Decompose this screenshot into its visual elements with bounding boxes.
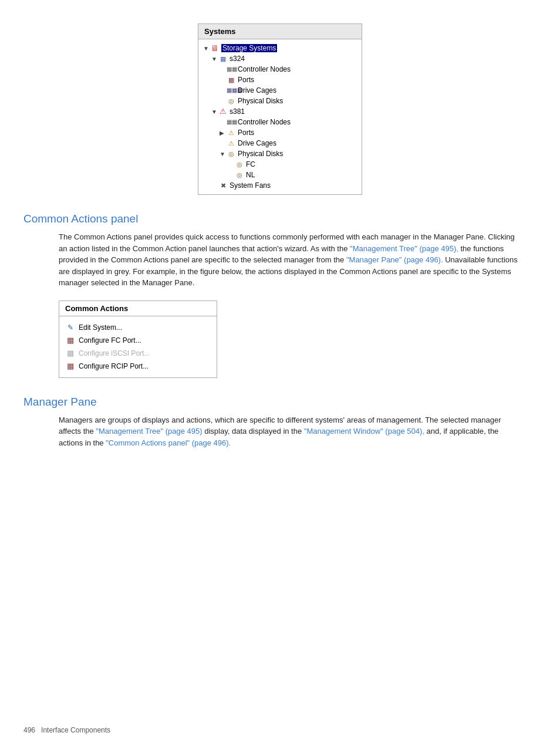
toggle-nl xyxy=(228,172,235,178)
toggle-s381[interactable]: ▼ xyxy=(211,109,218,115)
configure-rcip-label: Configure RCIP Port... xyxy=(79,362,149,370)
configure-rcip-icon: ▩ xyxy=(65,362,76,371)
ports-1-icon: ▩ xyxy=(227,75,236,85)
tree-item-s381[interactable]: ▼ ⚠ s381 xyxy=(203,106,357,117)
management-tree-link-1[interactable]: "Management Tree" (page 495), xyxy=(350,244,458,253)
systems-panel: Systems ▼ 🖥 Storage Systems ▼ ▦ s324 ▦▦ … xyxy=(198,23,362,195)
controller-nodes-1-label: Controller Nodes xyxy=(238,65,291,73)
physical-disks-2-label: Physical Disks xyxy=(238,150,283,158)
ports-2-icon: ⚠ xyxy=(227,128,236,137)
ports-2-label: Ports xyxy=(238,129,254,137)
systems-tree: ▼ 🖥 Storage Systems ▼ ▦ s324 ▦▦ Controll… xyxy=(198,39,362,194)
system-fans-label: System Fans xyxy=(230,181,271,190)
tree-item-controller-nodes-1[interactable]: ▦▦ Controller Nodes xyxy=(203,64,357,75)
manager-pane-link-1[interactable]: "Manager Pane" (page 496). xyxy=(346,255,443,264)
tree-item-storage-systems[interactable]: ▼ 🖥 Storage Systems xyxy=(203,43,357,53)
footer: 496 Interface Components xyxy=(23,726,110,734)
footer-label: Interface Components xyxy=(41,726,110,734)
tree-item-drive-cages-2[interactable]: ⚠ Drive Cages xyxy=(203,138,357,148)
toggle-dc1 xyxy=(220,87,227,94)
manager-pane-body-text2: display, data displayed in the xyxy=(203,427,304,436)
action-configure-iscsi-port[interactable]: ▩ Configure iSCSI Port... xyxy=(65,347,211,360)
toggle-ports2[interactable]: ▶ xyxy=(220,130,227,136)
controller-nodes-2-label: Controller Nodes xyxy=(238,118,291,126)
tree-item-system-fans[interactable]: ✖ System Fans xyxy=(203,180,357,191)
toggle-pd2[interactable]: ▼ xyxy=(220,151,227,157)
configure-fc-icon: ▩ xyxy=(65,336,76,345)
toggle-cn2 xyxy=(220,119,227,126)
drive-cages-2-icon: ⚠ xyxy=(227,139,236,148)
ports-1-label: Ports xyxy=(238,76,254,84)
common-actions-body: The Common Actions panel provides quick … xyxy=(59,231,525,289)
tree-item-drive-cages-1[interactable]: ▦▦▦ Drive Cages xyxy=(203,85,357,96)
tree-item-controller-nodes-2[interactable]: ▦▦ Controller Nodes xyxy=(203,117,357,127)
action-edit-system[interactable]: ✎ Edit System... xyxy=(65,321,211,334)
toggle-pd1 xyxy=(220,98,227,104)
manager-pane-heading: Manager Pane xyxy=(23,396,537,409)
drive-cages-1-label: Drive Cages xyxy=(238,86,276,94)
controller-nodes-1-icon: ▦▦ xyxy=(227,65,236,74)
system-fans-icon: ✖ xyxy=(218,181,228,190)
s381-label: s381 xyxy=(230,107,245,116)
manager-pane-section: Manager Pane Managers are groups of disp… xyxy=(23,396,537,449)
tree-item-physical-disks-2[interactable]: ▼ ◎ Physical Disks xyxy=(203,148,357,159)
action-configure-rcip-port[interactable]: ▩ Configure RCIP Port... xyxy=(65,360,211,373)
physical-disks-1-icon: ◎ xyxy=(227,96,236,106)
nl-label: NL xyxy=(246,171,255,179)
storage-systems-label: Storage Systems xyxy=(221,44,277,52)
common-actions-section: Common Actions panel The Common Actions … xyxy=(23,212,537,378)
toggle-fc xyxy=(228,161,235,168)
toggle-storage[interactable]: ▼ xyxy=(203,45,210,52)
tree-item-nl[interactable]: ◎ NL xyxy=(203,170,357,180)
drive-cages-2-label: Drive Cages xyxy=(238,139,276,147)
management-tree-link-2[interactable]: "Management Tree" (page 495) xyxy=(96,427,202,436)
action-list: ✎ Edit System... ▩ Configure FC Port... … xyxy=(59,316,217,377)
physical-disks-1-label: Physical Disks xyxy=(238,97,283,105)
toggle-cn1 xyxy=(220,66,227,73)
controller-nodes-2-icon: ▦▦ xyxy=(227,117,236,127)
footer-page-number: 496 xyxy=(23,726,35,734)
storage-systems-icon: 🖥 xyxy=(210,43,220,53)
fc-icon: ◎ xyxy=(235,160,244,169)
edit-system-label: Edit System... xyxy=(79,323,122,332)
configure-fc-label: Configure FC Port... xyxy=(79,336,141,345)
tree-item-ports-2[interactable]: ▶ ⚠ Ports xyxy=(203,127,357,138)
tree-item-ports-1[interactable]: ▩ Ports xyxy=(203,75,357,85)
toggle-s324[interactable]: ▼ xyxy=(211,56,218,62)
tree-item-s324[interactable]: ▼ ▦ s324 xyxy=(203,53,357,64)
common-actions-heading: Common Actions panel xyxy=(23,212,537,225)
common-actions-panel-header: Common Actions xyxy=(59,301,217,316)
toggle-ports1 xyxy=(220,77,227,83)
s381-icon: ⚠ xyxy=(218,107,228,116)
manager-pane-body: Managers are groups of displays and acti… xyxy=(59,414,525,449)
configure-iscsi-label: Configure iSCSI Port... xyxy=(79,349,150,357)
management-window-link[interactable]: "Management Window" (page 504), xyxy=(304,427,424,436)
physical-disks-2-icon: ◎ xyxy=(227,149,236,158)
fc-label: FC xyxy=(246,160,255,168)
action-configure-fc-port[interactable]: ▩ Configure FC Port... xyxy=(65,334,211,347)
s324-icon: ▦ xyxy=(218,54,228,63)
tree-item-physical-disks-1[interactable]: ◎ Physical Disks xyxy=(203,96,357,106)
drive-cages-1-icon: ▦▦▦ xyxy=(227,86,236,95)
nl-icon: ◎ xyxy=(235,170,244,180)
edit-system-icon: ✎ xyxy=(65,323,76,332)
toggle-dc2 xyxy=(220,140,227,147)
tree-item-fc[interactable]: ◎ FC xyxy=(203,159,357,170)
toggle-fans xyxy=(211,183,218,189)
common-actions-panel: Common Actions ✎ Edit System... ▩ Config… xyxy=(59,301,217,378)
s324-label: s324 xyxy=(230,55,245,63)
systems-panel-header: Systems xyxy=(198,24,362,39)
configure-iscsi-icon: ▩ xyxy=(65,349,76,358)
common-actions-link[interactable]: "Common Actions panel" (page 496). xyxy=(106,438,231,447)
